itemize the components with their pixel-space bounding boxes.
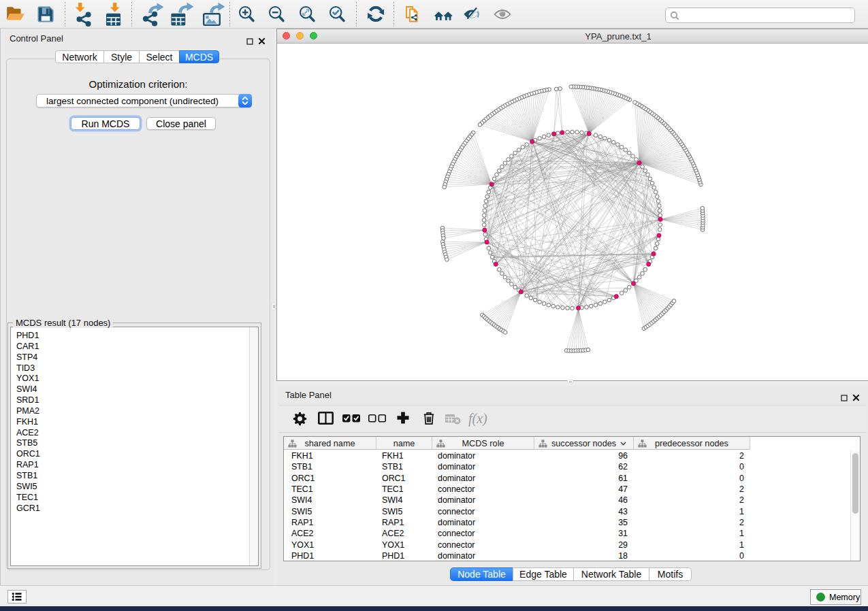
network-node[interactable]: [517, 148, 521, 152]
zoom-fit-icon[interactable]: [298, 5, 317, 24]
network-node[interactable]: [538, 136, 542, 140]
network-node[interactable]: [656, 199, 660, 203]
cell-MCDS-role[interactable]: connector: [432, 529, 534, 538]
cell-name[interactable]: YOX1: [376, 540, 432, 550]
network-node[interactable]: [507, 158, 511, 162]
cell-successor-nodes[interactable]: 61: [534, 474, 634, 483]
cell-predecessor-nodes[interactable]: 1: [634, 540, 750, 550]
network-node[interactable]: [594, 303, 598, 308]
tab-select[interactable]: Select: [139, 50, 180, 63]
network-node[interactable]: [566, 130, 570, 134]
network-node[interactable]: [513, 151, 517, 155]
import-network-icon[interactable]: [74, 5, 93, 24]
leaf-node[interactable]: [443, 185, 447, 189]
network-node[interactable]: [654, 246, 658, 250]
network-node[interactable]: [658, 214, 662, 218]
cell-shared-name[interactable]: YOX1: [284, 540, 376, 550]
mcds-result-item[interactable]: ACE2: [11, 428, 258, 439]
network-node[interactable]: [646, 173, 650, 177]
export-table-icon[interactable]: [170, 5, 189, 24]
leaf-node[interactable]: [478, 122, 482, 127]
network-node[interactable]: [658, 204, 662, 208]
mcds-result-item[interactable]: SWI5: [11, 482, 258, 493]
network-node[interactable]: [483, 209, 487, 213]
column-options-chevron-icon[interactable]: [620, 442, 626, 446]
result-list-scrollbar[interactable]: [249, 327, 258, 565]
search-input[interactable]: [682, 10, 851, 21]
network-node[interactable]: [652, 186, 656, 190]
mcds-result-item[interactable]: STB5: [11, 438, 258, 449]
cell-successor-nodes[interactable]: 18: [534, 551, 634, 561]
mcds-result-item[interactable]: STP4: [11, 352, 258, 363]
cell-predecessor-nodes[interactable]: 0: [634, 474, 750, 483]
network-node[interactable]: [620, 291, 624, 295]
network-node[interactable]: [611, 140, 615, 144]
network-node[interactable]: [500, 165, 504, 169]
column-header-successor-nodes[interactable]: successor nodes: [534, 437, 634, 450]
column-layout-icon[interactable]: [316, 412, 336, 429]
network-node[interactable]: [538, 300, 542, 304]
network-node[interactable]: [658, 223, 662, 227]
network-node[interactable]: [498, 267, 502, 271]
add-column-icon[interactable]: [394, 412, 412, 429]
close-panel-button[interactable]: Close panel: [146, 117, 216, 130]
cell-shared-name[interactable]: FKH1: [284, 451, 376, 461]
cell-shared-name[interactable]: SWI5: [284, 507, 376, 516]
mcds-result-item[interactable]: PHD1: [11, 331, 258, 342]
network-node[interactable]: [487, 246, 491, 250]
network-node[interactable]: [484, 199, 488, 203]
cell-predecessor-nodes[interactable]: 0: [634, 462, 750, 472]
network-node[interactable]: [631, 154, 635, 159]
network-node[interactable]: [483, 233, 487, 237]
dominator-node-STB5[interactable]: [614, 295, 618, 299]
copy-style-icon[interactable]: [404, 5, 423, 24]
leaf-node[interactable]: [503, 331, 507, 335]
network-node[interactable]: [648, 177, 652, 181]
network-node[interactable]: [656, 242, 660, 246]
network-node[interactable]: [495, 173, 499, 177]
mcds-result-list[interactable]: PHD1CAR1STP4TID3YOX1SWI4SRD1PMA2FKH1ACE2…: [10, 327, 259, 566]
network-node[interactable]: [500, 271, 504, 276]
network-node[interactable]: [575, 130, 579, 134]
unselect-columns-icon[interactable]: [366, 412, 388, 429]
cell-MCDS-role[interactable]: dominator: [432, 474, 534, 483]
network-node[interactable]: [521, 146, 525, 150]
network-node[interactable]: [616, 143, 620, 147]
zoom-in-icon[interactable]: [237, 5, 256, 24]
apply-layout-icon[interactable]: [366, 5, 385, 24]
mcds-result-item[interactable]: SRD1: [11, 395, 258, 406]
network-node[interactable]: [542, 135, 546, 139]
mcds-result-item[interactable]: TEC1: [11, 493, 258, 503]
network-node[interactable]: [624, 148, 628, 152]
network-node[interactable]: [603, 300, 607, 304]
network-node[interactable]: [643, 267, 647, 271]
cell-MCDS-role[interactable]: dominator: [432, 551, 534, 561]
zoom-selected-icon[interactable]: [327, 5, 347, 24]
network-node[interactable]: [603, 136, 607, 140]
function-builder-icon[interactable]: f(x): [466, 412, 494, 429]
dominator-node-TEC1[interactable]: [489, 182, 494, 186]
leaf-node[interactable]: [633, 101, 637, 105]
cell-shared-name[interactable]: ORC1: [284, 474, 376, 483]
mcds-result-item[interactable]: CAR1: [11, 342, 258, 352]
mcds-result-item[interactable]: YOX1: [11, 374, 258, 384]
search-box[interactable]: [665, 7, 855, 23]
cell-successor-nodes[interactable]: 96: [534, 451, 634, 461]
tab-style[interactable]: Style: [103, 50, 140, 63]
dominator-node-GCR1[interactable]: [494, 262, 498, 266]
cell-successor-nodes[interactable]: 35: [534, 518, 634, 527]
table-row[interactable]: TEC1TEC1connector472: [284, 484, 850, 495]
task-history-button[interactable]: [7, 590, 27, 604]
network-node[interactable]: [525, 143, 529, 147]
network-node[interactable]: [634, 158, 639, 162]
memory-button[interactable]: Memory: [810, 589, 861, 605]
cell-successor-nodes[interactable]: 46: [534, 495, 634, 505]
cell-name[interactable]: FKH1: [376, 451, 432, 461]
leaf-node[interactable]: [672, 299, 676, 303]
cell-shared-name[interactable]: PHD1: [284, 551, 376, 561]
leaf-node[interactable]: [558, 87, 562, 91]
cell-MCDS-role[interactable]: dominator: [432, 462, 534, 472]
table-row[interactable]: ACE2ACE2connector311: [284, 528, 850, 539]
network-node[interactable]: [482, 223, 486, 227]
network-node[interactable]: [641, 165, 645, 169]
